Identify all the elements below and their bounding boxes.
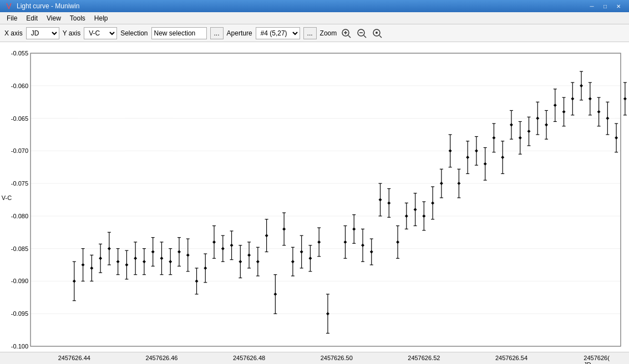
zoom-out-button[interactable] <box>356 27 368 39</box>
svg-point-8 <box>376 32 378 34</box>
x-axis-label-6: 2457626( JD <box>584 355 613 364</box>
zoom-fit-button[interactable] <box>371 27 383 39</box>
zoom-in-button[interactable] <box>340 27 352 39</box>
svg-line-3 <box>348 35 351 38</box>
menu-edit[interactable]: Edit <box>22 13 42 23</box>
selection-input[interactable] <box>151 27 207 39</box>
aperture-select[interactable]: #4 (5,27) <box>256 27 300 39</box>
x-axis-label-2: 2457626.48 <box>233 355 265 361</box>
svg-line-6 <box>364 35 366 38</box>
x-axis-label-3: 2457626.50 <box>321 355 353 361</box>
toolbar: X axis JD Y axis V-C Selection ... Apert… <box>0 24 629 42</box>
menu-help[interactable]: Help <box>90 13 113 23</box>
svg-line-9 <box>379 35 382 38</box>
minimize-button[interactable]: ─ <box>586 1 598 11</box>
zoom-label: Zoom <box>320 29 337 37</box>
x-axis-label-4: 2457626.52 <box>408 355 440 361</box>
zoom-out-icon <box>357 28 367 38</box>
menu-tools[interactable]: Tools <box>65 13 90 23</box>
title-bar: V Light curve - Muniwin ─ □ ✕ <box>0 0 629 12</box>
aperture-label: Aperture <box>227 29 252 37</box>
chart-area <box>0 42 629 352</box>
x-axis-bar: 2457626.442457626.462457626.482457626.50… <box>0 352 629 364</box>
x-axis-label-0: 2457626.44 <box>58 355 90 361</box>
chart-canvas <box>0 42 629 352</box>
x-axis-select[interactable]: JD <box>26 27 59 39</box>
aperture-dots-button[interactable]: ... <box>303 27 317 39</box>
y-axis-select[interactable]: V-C <box>84 27 117 39</box>
menu-bar: File Edit View Tools Help <box>0 12 629 24</box>
menu-file[interactable]: File <box>2 13 22 23</box>
zoom-in-icon <box>341 28 351 38</box>
x-axis-label-1: 2457626.46 <box>145 355 177 361</box>
window-controls: ─ □ ✕ <box>586 1 625 11</box>
zoom-fit-icon <box>372 28 382 38</box>
x-axis-label: X axis <box>4 29 23 37</box>
menu-view[interactable]: View <box>42 13 65 23</box>
maximize-button[interactable]: □ <box>599 1 611 11</box>
app-icon: V <box>4 2 13 11</box>
window-title: Light curve - Muniwin <box>17 2 586 10</box>
close-button[interactable]: ✕ <box>612 1 625 11</box>
y-axis-label: Y axis <box>63 29 80 37</box>
chart-wrapper: 2457626.442457626.462457626.482457626.50… <box>0 42 629 364</box>
x-axis-label-5: 2457626.54 <box>495 355 527 361</box>
selection-label: Selection <box>120 29 148 37</box>
selection-dots-button[interactable]: ... <box>210 27 224 39</box>
